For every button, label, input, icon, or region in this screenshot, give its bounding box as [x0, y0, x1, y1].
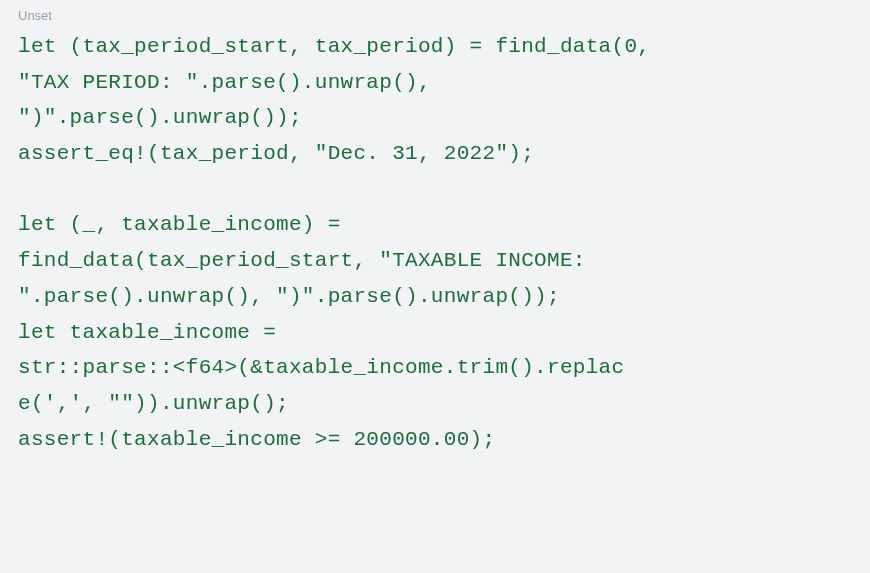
- code-line: let (tax_period_start, tax_period) = fin…: [18, 35, 650, 58]
- code-line: "TAX PERIOD: ".parse().unwrap(),: [18, 71, 431, 94]
- code-line: ")".parse().unwrap());: [18, 106, 302, 129]
- code-line: assert_eq!(tax_period, "Dec. 31, 2022");: [18, 142, 534, 165]
- code-line: find_data(tax_period_start, "TAXABLE INC…: [18, 249, 586, 272]
- language-label: Unset: [18, 8, 852, 23]
- code-line: let taxable_income =: [18, 321, 276, 344]
- code-line: str::parse::<f64>(&taxable_income.trim()…: [18, 356, 624, 379]
- code-line: let (_, taxable_income) =: [18, 213, 341, 236]
- code-block: let (tax_period_start, tax_period) = fin…: [18, 29, 852, 457]
- code-line: ".parse().unwrap(), ")".parse().unwrap()…: [18, 285, 560, 308]
- code-line: e(',', "")).unwrap();: [18, 392, 289, 415]
- code-line: assert!(taxable_income >= 200000.00);: [18, 428, 495, 451]
